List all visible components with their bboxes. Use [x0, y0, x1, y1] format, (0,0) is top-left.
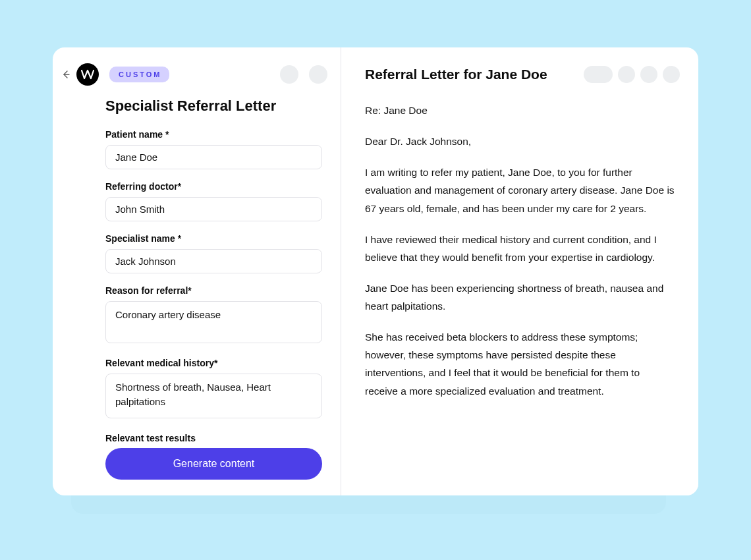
custom-badge: CUSTOM — [109, 67, 169, 82]
back-arrow-icon[interactable] — [62, 70, 70, 78]
output-action-placeholder[interactable] — [584, 66, 613, 83]
form-pane: CUSTOM Specialist Referral Letter Patien… — [53, 47, 341, 495]
header-action-placeholder[interactable] — [309, 65, 327, 84]
generate-wrapper: Generate content — [53, 448, 341, 495]
specialist-name-input[interactable] — [105, 249, 322, 273]
output-action-placeholder[interactable] — [618, 66, 635, 83]
specialist-name-label: Specialist name * — [105, 233, 322, 244]
reason-input[interactable] — [105, 301, 322, 343]
patient-name-input[interactable] — [105, 145, 322, 169]
letter-paragraph: She has received beta blockers to addres… — [365, 328, 675, 400]
letter-paragraph: Jane Doe has been experiencing shortness… — [365, 279, 675, 315]
generate-button[interactable]: Generate content — [105, 448, 322, 480]
output-pane: Referral Letter for Jane Doe Re: Jane Do… — [341, 47, 698, 495]
history-input[interactable] — [105, 374, 322, 418]
output-header: Referral Letter for Jane Doe — [341, 47, 698, 83]
output-title: Referral Letter for Jane Doe — [365, 67, 578, 82]
fade-mask — [341, 436, 698, 495]
letter-greeting: Dear Dr. Jack Johnson, — [365, 132, 675, 150]
referring-doctor-input[interactable] — [105, 197, 322, 221]
header-action-placeholder[interactable] — [280, 65, 298, 84]
letter-paragraph: I have reviewed their medical history an… — [365, 231, 675, 266]
form-title: Specialist Referral Letter — [105, 98, 322, 115]
output-action-placeholder[interactable] — [640, 66, 657, 83]
tests-label: Relevant test results — [105, 433, 322, 443]
letter-paragraph: I am writing to refer my patient, Jane D… — [365, 163, 675, 217]
reason-label: Reason for referral* — [105, 285, 322, 296]
letter-body: Re: Jane Doe Dear Dr. Jack Johnson, I am… — [341, 83, 698, 495]
history-label: Relevant medical history* — [105, 358, 322, 368]
app-card: CUSTOM Specialist Referral Letter Patien… — [53, 47, 698, 495]
letter-re-line: Re: Jane Doe — [365, 101, 675, 119]
brand-logo-icon — [76, 63, 99, 86]
patient-name-label: Patient name * — [105, 129, 322, 140]
form-header: CUSTOM — [53, 47, 341, 86]
referring-doctor-label: Referring doctor* — [105, 181, 322, 192]
output-action-placeholder[interactable] — [663, 66, 680, 83]
form-area: Specialist Referral Letter Patient name … — [53, 86, 341, 448]
